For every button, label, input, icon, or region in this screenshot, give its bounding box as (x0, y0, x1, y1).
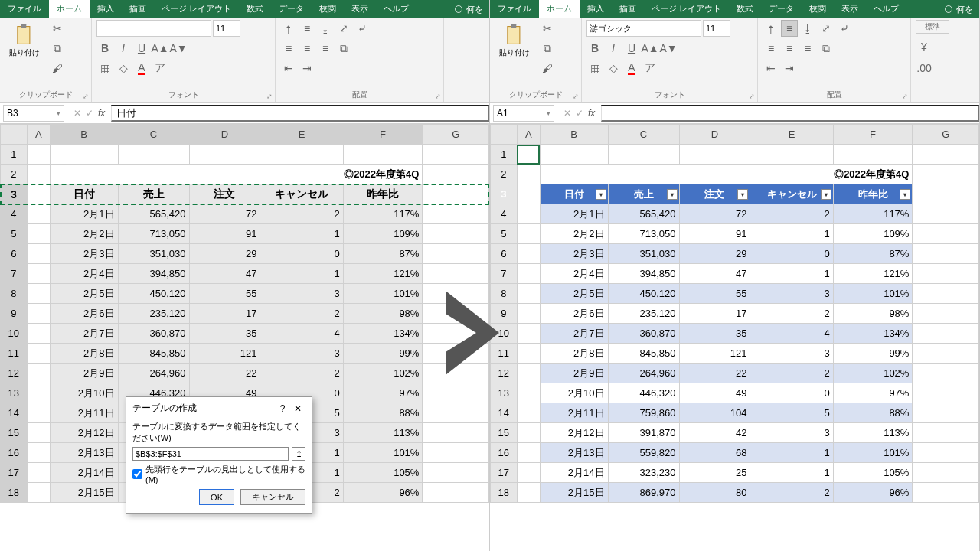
data-cell[interactable]: 87% (343, 244, 423, 264)
data-cell[interactable]: 2月7日 (50, 324, 118, 344)
data-cell[interactable]: 98% (343, 304, 423, 324)
border-button[interactable]: ▦ (586, 60, 603, 77)
align-bottom-icon[interactable]: ⭳ (317, 20, 334, 37)
col-header[interactable]: A (517, 125, 540, 145)
data-cell[interactable]: 117% (833, 204, 913, 224)
data-cell[interactable]: 360,870 (118, 324, 189, 344)
align-middle-icon[interactable]: ≡ (299, 20, 315, 37)
data-cell[interactable]: 235,120 (118, 304, 189, 324)
cancel-fx-icon[interactable]: ✕ (564, 108, 571, 119)
data-cell[interactable]: 29 (189, 244, 260, 264)
data-cell[interactable]: 845,850 (118, 344, 189, 364)
data-cell[interactable]: 17 (189, 304, 260, 324)
row-header[interactable]: 17 (491, 463, 518, 483)
data-cell[interactable]: 235,120 (608, 304, 679, 324)
data-cell[interactable]: 446,320 (608, 383, 679, 403)
row-header[interactable]: 18 (491, 483, 518, 503)
data-cell[interactable]: 394,850 (608, 264, 679, 284)
underline-button[interactable]: U (133, 40, 150, 57)
data-cell[interactable]: 91 (189, 224, 260, 244)
data-cell[interactable]: 351,030 (118, 244, 189, 264)
data-cell[interactable]: 101% (833, 443, 913, 463)
data-cell[interactable]: 25 (679, 463, 750, 483)
data-cell[interactable]: 360,870 (608, 324, 679, 344)
align-right-icon[interactable]: ≡ (799, 40, 816, 57)
align-left-icon[interactable]: ≡ (280, 40, 297, 57)
col-header[interactable]: D (189, 125, 260, 145)
shrink-font-icon[interactable]: A▼ (170, 40, 187, 57)
row-header[interactable]: 6 (491, 244, 518, 264)
tell-me[interactable]: 何を (448, 0, 489, 18)
indent-inc-icon[interactable]: ⇥ (299, 60, 315, 77)
data-cell[interactable]: 3 (260, 284, 343, 304)
row-header[interactable]: 1 (491, 145, 518, 165)
wrap-text-icon[interactable]: ⤶ (354, 20, 371, 37)
launcher-icon[interactable]: ⤢ (266, 93, 273, 100)
format-painter-icon[interactable]: 🖌 (49, 60, 66, 77)
close-icon[interactable]: ✕ (290, 403, 305, 414)
underline-button[interactable]: U (623, 40, 640, 57)
data-cell[interactable]: 2月8日 (540, 344, 608, 364)
row-header[interactable]: 2 (1, 165, 28, 184)
data-cell[interactable]: 97% (343, 383, 423, 403)
row-header[interactable]: 18 (1, 483, 28, 503)
data-cell[interactable]: 713,050 (118, 224, 189, 244)
menu-tab-挿入[interactable]: 挿入 (90, 0, 122, 18)
data-cell[interactable]: 97% (833, 383, 913, 403)
data-cell[interactable]: 99% (833, 344, 913, 364)
menu-tab-ホーム[interactable]: ホーム (539, 0, 580, 18)
data-cell[interactable]: 2月11日 (540, 403, 608, 423)
menu-tab-データ[interactable]: データ (761, 0, 802, 18)
data-cell[interactable]: 5 (750, 403, 833, 423)
format-painter-icon[interactable]: 🖌 (539, 60, 556, 77)
border-button[interactable]: ▦ (96, 60, 113, 77)
menu-tab-挿入[interactable]: 挿入 (580, 0, 612, 18)
col-header[interactable]: E (750, 125, 833, 145)
bold-button[interactable]: B (586, 40, 603, 57)
data-cell[interactable]: 2 (750, 304, 833, 324)
name-box[interactable]: A1▾ (493, 105, 554, 122)
menu-tab-校閲[interactable]: 校閲 (312, 0, 344, 18)
filter-icon[interactable]: ▾ (737, 189, 748, 200)
data-cell[interactable]: 2月1日 (540, 204, 608, 224)
data-cell[interactable]: 2月14日 (50, 463, 118, 483)
row-header[interactable]: 16 (1, 443, 28, 463)
data-cell[interactable]: 42 (679, 423, 750, 443)
row-header[interactable]: 4 (491, 204, 518, 224)
cancel-fx-icon[interactable]: ✕ (74, 108, 81, 119)
data-cell[interactable]: 2月12日 (540, 423, 608, 443)
currency-icon[interactable]: ¥ (916, 38, 933, 55)
data-cell[interactable]: 4 (750, 324, 833, 344)
selected-cell[interactable] (517, 145, 540, 165)
data-cell[interactable]: 2月6日 (50, 304, 118, 324)
merge-icon[interactable]: ⧉ (335, 40, 352, 57)
data-cell[interactable]: 49 (679, 383, 750, 403)
align-top-icon[interactable]: ⭱ (280, 20, 297, 37)
row-header[interactable]: 5 (1, 224, 28, 244)
data-cell[interactable]: 55 (679, 284, 750, 304)
data-cell[interactable]: 72 (679, 204, 750, 224)
row-header[interactable]: 11 (1, 344, 28, 364)
menu-tab-数式[interactable]: 数式 (239, 0, 271, 18)
data-cell[interactable]: 2月14日 (540, 463, 608, 483)
filter-icon[interactable]: ▾ (596, 189, 606, 200)
data-cell[interactable]: 2 (260, 304, 343, 324)
data-cell[interactable]: 2月10日 (540, 383, 608, 403)
menu-tab-描画[interactable]: 描画 (612, 0, 644, 18)
row-header[interactable]: 17 (1, 463, 28, 483)
row-header[interactable]: 5 (491, 224, 518, 244)
data-cell[interactable]: 2 (260, 204, 343, 224)
col-header[interactable]: A (27, 125, 50, 145)
style-normal[interactable]: 標準 (916, 20, 949, 34)
data-cell[interactable]: 351,030 (608, 244, 679, 264)
tell-me[interactable]: 何を (938, 0, 979, 18)
data-cell[interactable]: 565,420 (608, 204, 679, 224)
data-cell[interactable]: 121% (343, 264, 423, 284)
data-cell[interactable]: 450,120 (608, 284, 679, 304)
data-cell[interactable]: 2月6日 (540, 304, 608, 324)
row-header[interactable]: 6 (1, 244, 28, 264)
phonetic-button[interactable]: ア (152, 60, 168, 77)
menu-tab-ファイル[interactable]: ファイル (0, 0, 49, 18)
data-cell[interactable]: 121 (679, 344, 750, 364)
row-header[interactable]: 7 (491, 264, 518, 284)
